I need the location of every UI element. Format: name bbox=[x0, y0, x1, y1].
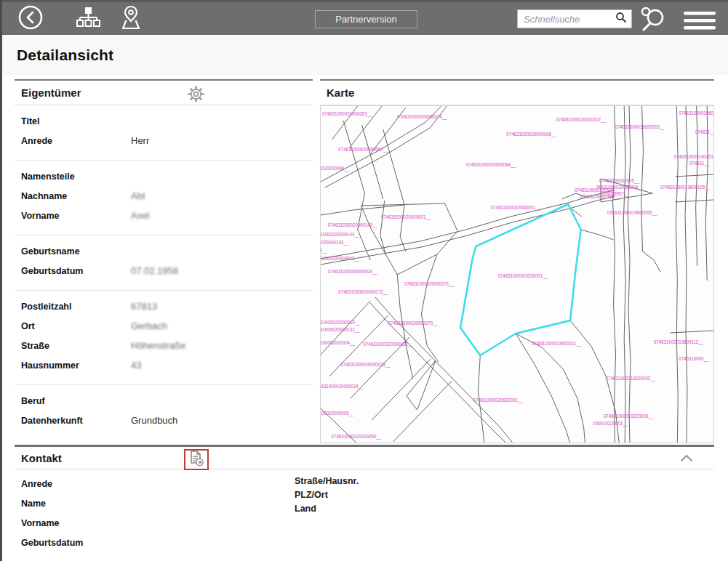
svg-text:074631000020000107__: 074631000020000107__ bbox=[556, 117, 607, 122]
svg-text:074631000020000024__: 074631000020000024__ bbox=[321, 384, 364, 389]
svg-text:000019220001__: 000019220001__ bbox=[593, 421, 628, 426]
field-row: Anrede Herr bbox=[15, 131, 313, 150]
map-location-button[interactable] bbox=[118, 4, 144, 33]
quick-search-input[interactable] bbox=[518, 14, 615, 25]
hierarchy-button[interactable] bbox=[74, 4, 102, 33]
map-pin-icon bbox=[118, 4, 144, 33]
field-label: Geburtsdatum bbox=[15, 266, 131, 276]
svg-text:074631000020000067__: 074631000020000067__ bbox=[338, 147, 388, 152]
menu-button[interactable] bbox=[681, 9, 718, 35]
svg-text:074631000019600011__: 074631000019600011__ bbox=[532, 341, 581, 346]
partnerversion-button[interactable]: Partnerversion bbox=[315, 10, 417, 28]
svg-text:074631000020620001__: 074631000020620001__ bbox=[473, 397, 524, 403]
cadastral-map-svg: 074631000020000063__074631000020000074__… bbox=[321, 106, 713, 443]
svg-text:074631000020000070__: 074631000020000070__ bbox=[388, 320, 439, 326]
field-row: Geburtsdatum 07.02.1958 bbox=[15, 261, 313, 280]
svg-text:074631__: 074631__ bbox=[695, 129, 713, 134]
advanced-search-button[interactable] bbox=[637, 5, 669, 37]
svg-text:074631000020000250__: 074631000020000250__ bbox=[332, 434, 382, 439]
svg-text:000020000124__: 000020000124__ bbox=[321, 248, 327, 253]
svg-text:074631000020000001__: 074631000020000001__ bbox=[381, 214, 431, 219]
field-label: Geburtsdatum bbox=[15, 538, 131, 548]
field-row: Postleitzahl 67813 bbox=[15, 296, 313, 316]
back-icon bbox=[17, 4, 44, 33]
owner-group-misc: Beruf Datenherkunft Grundbuch bbox=[15, 385, 313, 440]
document-transfer-icon bbox=[188, 450, 205, 470]
owner-panel: Eigentümer bbox=[15, 79, 313, 443]
svg-text:074631000019600112__: 074631000019600112__ bbox=[654, 339, 703, 344]
svg-text:63100002000004__: 63100002000004__ bbox=[321, 340, 355, 345]
svg-text:074631__: 074631__ bbox=[689, 161, 710, 166]
search-icon[interactable] bbox=[615, 12, 627, 26]
field-label: Datenherkunft bbox=[15, 416, 131, 426]
field-label: Nachname bbox=[15, 191, 131, 201]
field-row: Vorname Axel bbox=[15, 206, 313, 225]
kontakt-title: Kontakt bbox=[15, 452, 62, 464]
field-label: Ort bbox=[15, 321, 131, 331]
field-label: Name bbox=[15, 499, 131, 509]
field-value: Abt bbox=[131, 190, 145, 201]
back-button[interactable] bbox=[17, 4, 44, 33]
quick-search bbox=[517, 9, 632, 28]
field-row: Vorname bbox=[15, 513, 295, 533]
field-label: Hausnummer bbox=[15, 360, 131, 371]
svg-text:4631000020000010__: 4631000020000010__ bbox=[321, 320, 360, 325]
field-row: Namensteile bbox=[15, 166, 313, 186]
field-row: Land bbox=[295, 501, 359, 515]
field-label: Straße bbox=[15, 341, 131, 351]
field-row: Name bbox=[15, 493, 295, 513]
svg-text:074631000020000063__: 074631000020000063__ bbox=[322, 111, 372, 116]
owner-group-address: Postleitzahl 67813 Ort Gerbach Straße Hö… bbox=[15, 291, 313, 385]
svg-text:074631000019220002__: 074631000019220002__ bbox=[606, 376, 656, 381]
svg-text:4631000020000143__: 4631000020000143__ bbox=[321, 240, 349, 245]
svg-text:0746310000190451__: 0746310000190451__ bbox=[673, 154, 713, 159]
map-panel: Karte 074631000020000063__07463100002000… bbox=[320, 79, 714, 443]
field-label: Namensteile bbox=[15, 171, 131, 182]
page-title: Detailansicht bbox=[17, 47, 728, 64]
kontakt-section: Kontakt bbox=[15, 445, 714, 552]
svg-text:074631000019600005__: 074631000019600005__ bbox=[607, 210, 657, 215]
svg-text:074631000020000074__: 074631000020000074__ bbox=[397, 114, 447, 119]
hamburger-icon bbox=[681, 9, 718, 35]
owner-group-name: Namensteile Nachname Abt Vorname Axel bbox=[15, 161, 313, 235]
field-label: Straße/Hausnr. bbox=[295, 476, 359, 486]
svg-text:074631000019600105__: 074631000019600105__ bbox=[660, 185, 711, 190]
svg-text:074631000020000084__: 074631000020000084__ bbox=[466, 162, 516, 167]
svg-text:4631000020000131__: 4631000020000131__ bbox=[321, 327, 360, 332]
svg-text:074631000019230001__: 074631000019230001__ bbox=[498, 273, 548, 278]
svg-text:074631000020000006__: 074631000020000006__ bbox=[506, 132, 556, 137]
svg-text:074631000020000023__: 074631000020000023__ bbox=[340, 362, 391, 367]
svg-text:074631000020000022__: 074631000020000022__ bbox=[363, 342, 413, 347]
field-value: Höhenstraße bbox=[131, 340, 185, 351]
svg-text:074631000019050001__: 074631000019050001__ bbox=[491, 205, 541, 210]
svg-text:074631000020000004__: 074631000020000004__ bbox=[328, 269, 378, 274]
field-row: PLZ/Ort bbox=[295, 488, 359, 501]
field-value: 67813 bbox=[131, 301, 157, 312]
field-label: Postleitzahl bbox=[15, 302, 131, 312]
owner-panel-title: Eigentümer bbox=[15, 86, 81, 99]
field-label: Vorname bbox=[15, 211, 131, 221]
svg-text:0746310000190500__: 0746310000190500__ bbox=[575, 187, 620, 193]
copy-data-button[interactable] bbox=[184, 449, 209, 470]
field-label: Anrede bbox=[15, 136, 131, 146]
svg-text:074631000019650003__: 074631000019650003__ bbox=[615, 124, 665, 129]
field-row: Straße Höhenstraße bbox=[15, 336, 313, 355]
cadastral-map[interactable]: 074631000020000063__074631000020000074__… bbox=[320, 105, 714, 443]
field-value: Herr bbox=[131, 135, 149, 146]
svg-text:0746310000__: 0746310000__ bbox=[679, 356, 709, 361]
field-row: Nachname Abt bbox=[15, 186, 313, 206]
owner-settings-button[interactable] bbox=[186, 84, 206, 107]
field-label: PLZ/Ort bbox=[295, 490, 328, 500]
collapse-kontakt-button[interactable] bbox=[679, 453, 694, 466]
field-row: Anrede bbox=[15, 474, 295, 493]
svg-text:74631000020000144__: 74631000020000144__ bbox=[321, 232, 360, 237]
field-row: Titel bbox=[15, 111, 313, 131]
hierarchy-icon bbox=[74, 4, 102, 33]
field-row: Geburtsdatum bbox=[15, 533, 295, 552]
field-label: Geburtsname bbox=[15, 246, 131, 257]
svg-text:07463100002000005__: 07463100002000005__ bbox=[321, 411, 354, 416]
field-row: Hausnummer 43 bbox=[15, 355, 313, 375]
kontakt-right-column: Straße/Hausnr. PLZ/Ort Land bbox=[295, 474, 359, 552]
svg-text:074631000020000064__: 074631000020000064__ bbox=[321, 166, 350, 171]
field-row: Geburtsname bbox=[15, 241, 313, 261]
